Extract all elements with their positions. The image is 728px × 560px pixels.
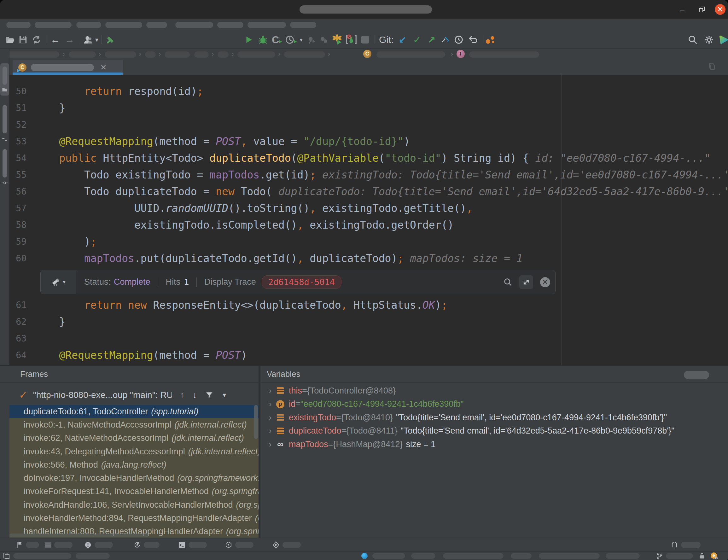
sync-button[interactable] [32, 31, 42, 49]
ide-feature-button[interactable] [718, 31, 728, 49]
tab-close-icon[interactable]: ✕ [100, 63, 107, 72]
status-item-redacted[interactable] [443, 553, 504, 559]
frame-row[interactable]: invoke:566, Method(java.lang.reflect) [9, 458, 259, 471]
forward-button[interactable]: → [65, 31, 74, 49]
menu-item-redacted[interactable] [217, 22, 243, 28]
close-panel-icon[interactable]: ✕ [540, 277, 550, 287]
minimize-button[interactable]: – [677, 4, 688, 15]
breadcrumb-item-redacted[interactable] [69, 51, 96, 58]
menu-item-redacted[interactable] [35, 22, 72, 28]
breadcrumb-item-redacted[interactable] [194, 51, 209, 58]
thread-selector[interactable]: ✓ "http-nio-8080-exe...oup "main": RUNNI… [9, 385, 259, 405]
breadcrumb-method-redacted[interactable] [469, 51, 539, 58]
toolwin-bookmarks-button[interactable] [16, 538, 39, 551]
frame-row[interactable]: invokeHandlerMethod:894, RequestMappingH… [9, 511, 259, 525]
toolwin-notifications-button[interactable] [671, 538, 701, 551]
frame-row[interactable]: invokeForRequest:141, InvocableHandlerMe… [9, 485, 259, 498]
breadcrumb-class-redacted[interactable] [376, 51, 445, 58]
titlebar[interactable]: – ✕ [0, 0, 728, 19]
stop-button[interactable] [361, 31, 369, 49]
profile-selector-button[interactable]: ▾ [83, 31, 98, 49]
status-item-redacted[interactable] [539, 553, 600, 559]
code-with-me-button[interactable] [485, 31, 496, 49]
breadcrumb-item-redacted[interactable] [4, 51, 59, 58]
breadcrumb-item-redacted[interactable] [284, 51, 325, 58]
status-item-redacted[interactable] [411, 553, 435, 559]
open-button[interactable] [5, 31, 15, 49]
toolwin-services-button[interactable] [134, 538, 160, 551]
menu-bar[interactable] [0, 19, 728, 31]
toolwin-run-button[interactable] [272, 538, 301, 551]
menu-item-redacted[interactable] [146, 22, 167, 28]
expand-chevron-icon[interactable]: › [265, 413, 276, 423]
git-cherry-pick-button[interactable] [440, 31, 450, 49]
stripe-item-structure[interactable] [3, 105, 7, 133]
expand-chevron-icon[interactable]: › [265, 386, 276, 396]
git-update-button[interactable]: ↙ [399, 31, 406, 49]
expand-chevron-icon[interactable]: › [265, 440, 276, 449]
variables-list[interactable]: ›this = {TodoController@8408}›pid = "ee0… [260, 384, 728, 538]
update-available-icon[interactable] [710, 552, 718, 560]
variable-row[interactable]: ›this = {TodoController@8408} [260, 384, 728, 398]
frame-row[interactable]: invokeAndHandle:106, ServletInvocableHan… [9, 498, 259, 511]
status-item-redacted[interactable] [372, 553, 405, 559]
expand-button[interactable] [519, 275, 533, 289]
attach-debugger-button[interactable] [319, 31, 329, 49]
back-button[interactable]: ← [50, 31, 60, 49]
search-everywhere-button[interactable] [688, 31, 697, 49]
status-item-redacted[interactable] [511, 553, 532, 559]
git-rollback-button[interactable] [468, 31, 478, 49]
menu-item-redacted[interactable] [6, 22, 31, 28]
tool-windows-icon[interactable] [3, 552, 10, 559]
run-button[interactable] [244, 31, 253, 49]
git-push-button[interactable]: ↗ [428, 31, 435, 49]
toolwin-todo-button[interactable] [45, 538, 73, 551]
git-branch-icon[interactable] [656, 552, 663, 559]
breakpoint-type-selector[interactable]: ▾ [41, 270, 76, 294]
lock-icon[interactable] [699, 552, 705, 559]
build-button[interactable] [105, 31, 115, 49]
code-editor[interactable]: 50 return respond(id);51 }5253 @RequestM… [9, 75, 728, 365]
frame-row[interactable]: invoke:62, NativeMethodAccessorImpl(jdk.… [9, 432, 259, 445]
git-commit-button[interactable]: ✓ [413, 31, 421, 49]
maximize-button[interactable] [696, 4, 708, 15]
filter-icon[interactable] [205, 390, 213, 400]
run-with-coverage-button[interactable]: C [272, 31, 283, 49]
breadcrumb-item-redacted[interactable] [165, 51, 190, 58]
variable-row[interactable]: ›duplicateTodo = {Todo@8411}"Todo{title=… [260, 424, 728, 438]
variable-row[interactable]: ›existingTodo = {Todo@8410}"Todo{title='… [260, 411, 728, 424]
toolwin-terminal-button[interactable] [178, 538, 207, 551]
frames-vertical-scrollbar[interactable] [254, 405, 258, 439]
status-item-redacted[interactable] [606, 553, 640, 559]
settings-button[interactable] [704, 31, 714, 49]
menu-item-redacted[interactable] [105, 22, 142, 28]
breadcrumb-item-redacted[interactable] [237, 51, 275, 58]
frames-horizontal-scrollbar[interactable] [9, 534, 148, 537]
frame-row[interactable]: invoke:43, DelegatingMethodAccessorImpl(… [9, 445, 259, 458]
chevron-down-icon[interactable]: ▼ [222, 392, 227, 399]
branch-name-redacted[interactable] [666, 553, 693, 559]
editor-tab[interactable]: C ✕ [13, 60, 123, 75]
profiler-button[interactable]: ▼ [285, 31, 304, 49]
frame-row[interactable]: invoke0:-1, NativeMethodAccessorImpl(jdk… [9, 418, 259, 431]
frame-row[interactable]: duplicateTodo:61, TodoController(spp.tut… [9, 405, 259, 418]
frame-row[interactable]: doInvoke:197, InvocableHandlerMethod(org… [9, 471, 259, 485]
toolwin-problems-button[interactable] [84, 538, 113, 551]
trace-id-badge[interactable]: 2d61458d-5014 [262, 275, 341, 289]
next-frame-icon[interactable]: ↓ [193, 390, 197, 400]
toolwin-endpoints-button[interactable] [225, 538, 253, 551]
expand-chevron-icon[interactable]: › [265, 426, 276, 436]
menu-item-redacted[interactable] [290, 22, 316, 28]
search-icon[interactable] [504, 278, 512, 287]
debug-button[interactable] [258, 31, 268, 49]
breadcrumb-item-redacted[interactable] [145, 51, 156, 58]
save-button[interactable] [18, 31, 28, 49]
variable-row[interactable]: ›pid = "ee0d7080-c167-4994-9241-1c4b6fe3… [260, 398, 728, 411]
live-plugin-button[interactable] [332, 31, 342, 49]
breadcrumb-item-redacted[interactable] [105, 51, 136, 58]
expand-chevron-icon[interactable]: › [265, 399, 276, 409]
frames-list[interactable]: duplicateTodo:61, TodoController(spp.tut… [9, 405, 259, 538]
prev-frame-icon[interactable]: ↑ [180, 390, 184, 400]
attach-profiler-button[interactable] [307, 31, 317, 49]
variable-row[interactable]: ›∞mapTodos = {HashMap@8412}size = 1 [260, 438, 728, 451]
